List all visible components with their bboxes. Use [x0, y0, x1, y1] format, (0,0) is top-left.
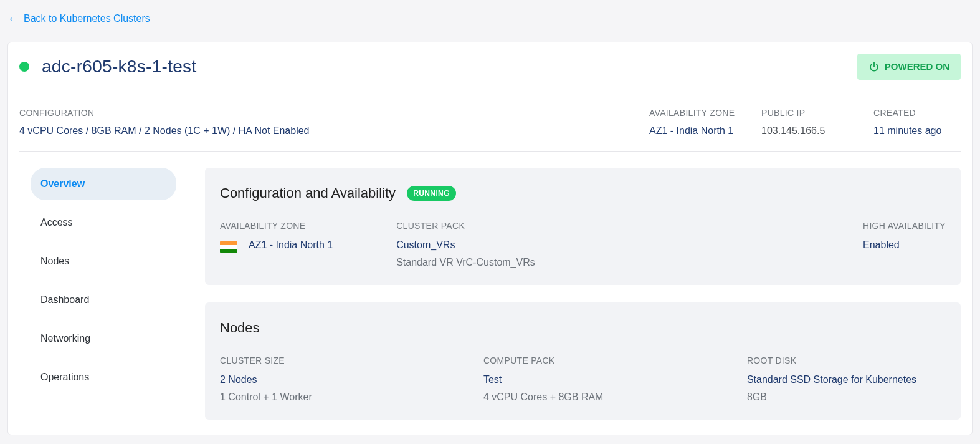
nodes-panel: Nodes CLUSTER SIZE 2 Nodes 1 Control + 1… — [205, 302, 961, 420]
config-availability-panel: Configuration and Availability RUNNING A… — [205, 168, 961, 285]
back-link-label: Back to Kubernetes Clusters — [24, 11, 150, 26]
nodes-size-value: 2 Nodes — [220, 372, 459, 387]
tab-operations[interactable]: Operations — [31, 361, 176, 393]
summary-configuration-value: 4 vCPU Cores / 8GB RAM / 2 Nodes (1C + 1… — [19, 123, 624, 138]
summary-public-ip: PUBLIC IP 103.145.166.5 — [761, 107, 849, 138]
cluster-tabs: Overview Access Nodes Dashboard Networki… — [19, 168, 188, 420]
back-to-clusters-link[interactable]: ← Back to Kubernetes Clusters — [7, 11, 150, 26]
summary-public-ip-label: PUBLIC IP — [761, 107, 849, 120]
tab-dashboard[interactable]: Dashboard — [31, 284, 176, 316]
nodes-disk-sub: 8GB — [747, 390, 946, 405]
tab-overview[interactable]: Overview — [31, 168, 176, 200]
summary-public-ip-value: 103.145.166.5 — [761, 123, 849, 138]
nodes-panel-title: Nodes — [220, 317, 260, 338]
config-ha-value: Enabled — [863, 238, 946, 253]
summary-created-label: CREATED — [873, 107, 961, 120]
config-az-value: AZ1 - India North 1 — [249, 238, 333, 253]
power-status-label: POWERED ON — [885, 60, 949, 74]
summary-created: CREATED 11 minutes ago — [873, 107, 961, 138]
nodes-disk-value: Standard SSD Storage for Kubernetes — [747, 372, 946, 387]
summary-availability-zone: AVAILABILITY ZONE AZ1 - India North 1 — [649, 107, 736, 138]
summary-az-value: AZ1 - India North 1 — [649, 123, 736, 138]
cluster-detail-card: adc-r605-k8s-1-test POWERED ON CONFIGURA… — [7, 42, 973, 436]
power-icon — [868, 61, 880, 72]
tab-networking[interactable]: Networking — [31, 322, 176, 355]
summary-configuration-label: CONFIGURATION — [19, 107, 624, 120]
summary-created-value: 11 minutes ago — [873, 123, 961, 138]
nodes-size-label: CLUSTER SIZE — [220, 354, 459, 367]
cluster-title: adc-r605-k8s-1-test — [42, 54, 196, 80]
arrow-left-icon: ← — [7, 13, 19, 24]
config-ha-label: HIGH AVAILABILITY — [863, 220, 946, 233]
overview-content: Configuration and Availability RUNNING A… — [205, 168, 961, 420]
summary-az-label: AVAILABILITY ZONE — [649, 107, 736, 120]
running-badge: RUNNING — [407, 186, 456, 201]
config-az-label: AVAILABILITY ZONE — [220, 220, 333, 233]
india-flag-icon — [220, 241, 237, 253]
config-panel-title: Configuration and Availability — [220, 183, 396, 203]
tab-nodes[interactable]: Nodes — [31, 245, 176, 278]
power-status-badge: POWERED ON — [857, 54, 961, 80]
nodes-compute-label: COMPUTE PACK — [483, 354, 722, 367]
nodes-size-sub: 1 Control + 1 Worker — [220, 390, 459, 405]
tab-access[interactable]: Access — [31, 206, 176, 239]
nodes-disk-label: ROOT DISK — [747, 354, 946, 367]
nodes-compute-sub: 4 vCPU Cores + 8GB RAM — [483, 390, 722, 405]
config-pack-label: CLUSTER PACK — [396, 220, 687, 233]
summary-configuration: CONFIGURATION 4 vCPU Cores / 8GB RAM / 2… — [19, 107, 624, 138]
status-dot-icon — [19, 62, 29, 72]
config-pack-sub: Standard VR VrC-Custom_VRs — [396, 255, 687, 270]
nodes-compute-value: Test — [483, 372, 722, 387]
config-pack-value: Custom_VRs — [396, 238, 687, 253]
